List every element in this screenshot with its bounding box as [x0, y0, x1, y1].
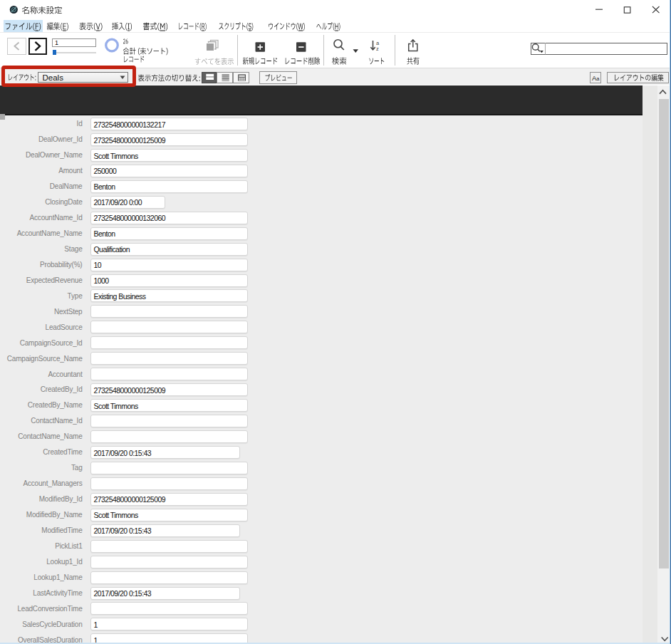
- svg-text:z: z: [376, 46, 379, 52]
- svg-text:a: a: [376, 40, 380, 46]
